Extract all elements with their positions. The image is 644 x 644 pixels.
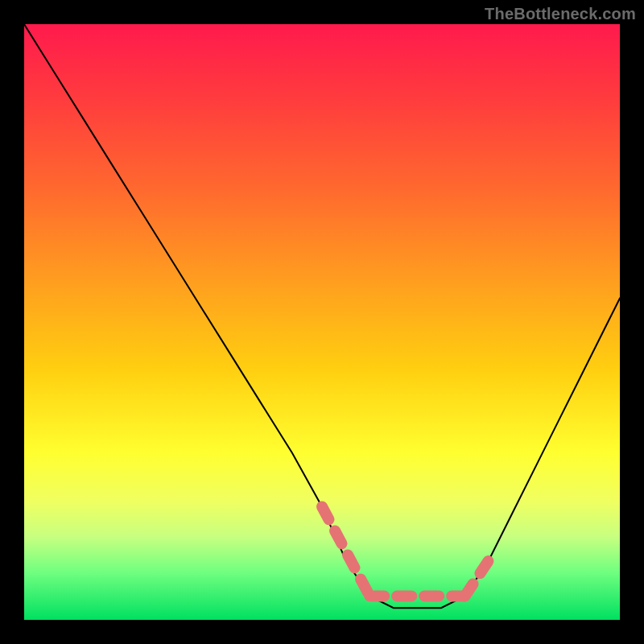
chart-stage: TheBottleneck.com [0,0,644,644]
highlight-group [322,506,489,596]
curve-svg [24,24,620,620]
bottleneck-curve [24,24,620,608]
plot-area [24,24,620,620]
watermark-text: TheBottleneck.com [485,5,636,23]
highlight-segment [322,506,369,596]
